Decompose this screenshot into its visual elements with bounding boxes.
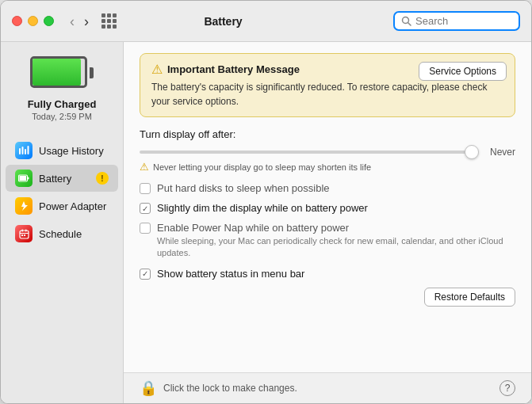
sidebar-item-label-usage-history: Usage History	[39, 145, 104, 157]
slider-warning-icon: ⚠	[140, 161, 149, 173]
schedule-icon	[15, 225, 33, 242]
svg-rect-11	[21, 229, 23, 231]
battery-status-display: Fully Charged Today, 2:59 PM	[1, 55, 123, 134]
display-slider-track[interactable]	[140, 151, 479, 154]
sidebar-item-label-power-adapter: Power Adapter	[39, 200, 106, 212]
help-button[interactable]: ?	[499, 380, 515, 396]
svg-rect-5	[28, 146, 29, 154]
maximize-button[interactable]	[44, 16, 54, 26]
close-button[interactable]	[12, 16, 22, 26]
checkbox-row-show-battery: Show battery status in menu bar	[140, 268, 515, 280]
lock-text: Click the lock to make changes.	[163, 383, 297, 394]
battery-nav-icon	[15, 170, 33, 187]
content-inner: ⚠ Important Battery Message The battery'…	[124, 42, 531, 372]
checkbox-row-hard-disks: Put hard disks to sleep when possible	[140, 182, 515, 194]
sidebar-item-power-adapter[interactable]: Power Adapter	[6, 192, 118, 219]
svg-rect-4	[25, 149, 26, 154]
battery-time: Today, 2:59 PM	[32, 112, 92, 121]
checkbox-label-show-battery: Show battery status in menu bar	[157, 268, 304, 280]
restore-defaults-button[interactable]: Restore Defaults	[424, 288, 515, 307]
sidebar-nav: Usage History Battery !	[1, 134, 123, 250]
sidebar-item-battery[interactable]: Battery !	[6, 165, 118, 192]
lock-row[interactable]: 🔒 Click the lock to make changes.	[140, 379, 297, 397]
banner-title: Important Battery Message	[167, 63, 300, 75]
svg-rect-15	[24, 234, 25, 236]
sidebar-item-label-battery: Battery	[39, 173, 71, 185]
svg-rect-3	[22, 147, 24, 154]
title-bar: ‹ › Battery	[1, 1, 531, 42]
svg-marker-9	[21, 201, 28, 211]
search-icon	[401, 16, 411, 26]
svg-line-1	[408, 23, 411, 26]
sidebar-item-schedule[interactable]: Schedule	[6, 220, 118, 247]
usage-history-icon	[15, 142, 33, 159]
svg-rect-14	[21, 234, 23, 236]
lock-icon: 🔒	[140, 379, 157, 397]
minimize-button[interactable]	[28, 16, 38, 26]
search-input[interactable]	[415, 15, 512, 27]
slider-warning: ⚠ Never letting your display go to sleep…	[140, 161, 515, 173]
slider-never-label: Never	[485, 147, 515, 158]
content-footer: 🔒 Click the lock to make changes. ?	[124, 372, 531, 403]
search-bar[interactable]	[393, 11, 520, 31]
display-slider-row: Never	[140, 147, 515, 158]
battery-icon	[30, 55, 94, 90]
display-slider-thumb[interactable]	[465, 145, 479, 159]
checkbox-hard-disks[interactable]	[140, 183, 151, 194]
sidebar-item-usage-history[interactable]: Usage History	[6, 137, 118, 164]
battery-warning-badge: !	[96, 172, 109, 185]
svg-rect-2	[19, 148, 21, 154]
banner-text: The battery's capacity is significantly …	[151, 80, 503, 109]
important-banner: ⚠ Important Battery Message The battery'…	[140, 53, 515, 117]
display-section-label: Turn display off after:	[140, 128, 515, 140]
service-options-button[interactable]: Service Options	[419, 62, 507, 81]
window-title: Battery	[59, 15, 387, 28]
content-area: ⚠ Important Battery Message The battery'…	[124, 42, 531, 403]
main-layout: Fully Charged Today, 2:59 PM Usage Histo…	[1, 42, 531, 403]
checkbox-row-power-nap: Enable Power Nap while on battery power …	[140, 222, 515, 260]
svg-rect-13	[20, 233, 29, 234]
checkbox-sublabel-power-nap: While sleeping, your Mac can periodicall…	[157, 235, 515, 260]
slider-warning-text: Never letting your display go to sleep m…	[153, 162, 371, 172]
checkbox-row-dim-display: Slightly dim the display while on batter…	[140, 202, 515, 214]
battery-status-text: Fully Charged	[28, 98, 97, 110]
sidebar-item-label-schedule: Schedule	[39, 228, 82, 240]
main-window: ‹ › Battery	[0, 0, 532, 404]
svg-rect-7	[28, 177, 29, 180]
svg-rect-8	[20, 176, 27, 181]
traffic-lights	[12, 16, 54, 26]
checkbox-show-battery[interactable]	[140, 269, 151, 280]
svg-rect-12	[25, 229, 27, 231]
sidebar: Fully Charged Today, 2:59 PM Usage Histo…	[1, 42, 124, 403]
banner-warning-icon: ⚠	[151, 62, 163, 77]
checkbox-dim-display[interactable]	[140, 203, 151, 214]
checkbox-label-dim-display: Slightly dim the display while on batter…	[157, 202, 368, 214]
checkbox-label-power-nap: Enable Power Nap while on battery power	[157, 222, 515, 234]
power-adapter-icon	[15, 197, 33, 215]
checkbox-power-nap[interactable]	[140, 223, 151, 234]
checkbox-label-hard-disks: Put hard disks to sleep when possible	[157, 182, 330, 194]
